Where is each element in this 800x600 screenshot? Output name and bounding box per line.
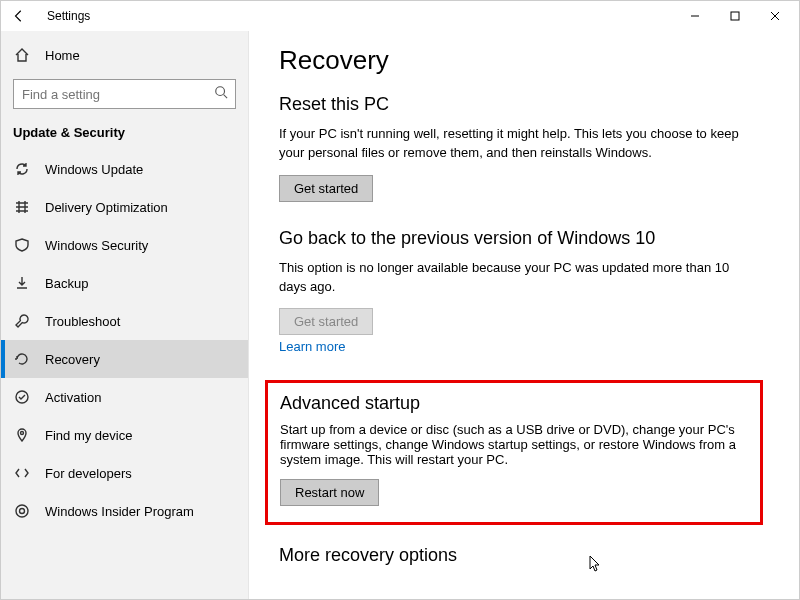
shield-icon <box>13 236 31 254</box>
sidebar-item-delivery-optimization[interactable]: Delivery Optimization <box>1 188 248 226</box>
sidebar-item-label: Windows Update <box>45 162 143 177</box>
content-area: Recovery Reset this PC If your PC isn't … <box>249 31 799 599</box>
minimize-button[interactable] <box>675 2 715 30</box>
sidebar-item-label: Windows Insider Program <box>45 504 194 519</box>
check-circle-icon <box>13 388 31 406</box>
svg-point-2 <box>16 391 28 403</box>
sidebar-item-for-developers[interactable]: For developers <box>1 454 248 492</box>
sidebar-item-troubleshoot[interactable]: Troubleshoot <box>1 302 248 340</box>
section-go-back: Go back to the previous version of Windo… <box>279 228 739 355</box>
svg-point-5 <box>20 509 25 514</box>
backup-icon <box>13 274 31 292</box>
svg-rect-0 <box>731 12 739 20</box>
insider-icon <box>13 502 31 520</box>
app-title: Settings <box>47 9 90 23</box>
sidebar-item-label: Backup <box>45 276 88 291</box>
svg-point-1 <box>216 87 225 96</box>
page-title: Recovery <box>279 45 769 76</box>
sidebar-category: Update & Security <box>1 119 248 150</box>
location-icon <box>13 426 31 444</box>
sidebar-item-label: Troubleshoot <box>45 314 120 329</box>
sidebar-item-activation[interactable]: Activation <box>1 378 248 416</box>
goback-get-started-button: Get started <box>279 308 373 335</box>
sidebar-item-label: Delivery Optimization <box>45 200 168 215</box>
wrench-icon <box>13 312 31 330</box>
sidebar-item-label: For developers <box>45 466 132 481</box>
sidebar-item-windows-security[interactable]: Windows Security <box>1 226 248 264</box>
home-icon <box>13 46 31 64</box>
section-title: Advanced startup <box>280 393 748 414</box>
restart-now-button[interactable]: Restart now <box>280 479 379 506</box>
sidebar-item-label: Recovery <box>45 352 100 367</box>
sidebar: Home Update & Security Windows Update De… <box>1 31 249 599</box>
sidebar-item-recovery[interactable]: Recovery <box>1 340 248 378</box>
section-reset-pc: Reset this PC If your PC isn't running w… <box>279 94 739 202</box>
search-input[interactable] <box>13 79 236 109</box>
recovery-icon <box>13 350 31 368</box>
back-button[interactable] <box>7 4 31 28</box>
code-icon <box>13 464 31 482</box>
learn-more-link[interactable]: Learn more <box>279 339 345 354</box>
maximize-button[interactable] <box>715 2 755 30</box>
sidebar-home[interactable]: Home <box>1 37 248 73</box>
sidebar-item-label: Windows Security <box>45 238 148 253</box>
reset-get-started-button[interactable]: Get started <box>279 175 373 202</box>
svg-point-3 <box>21 432 24 435</box>
section-desc: Start up from a device or disc (such as … <box>280 422 748 467</box>
section-advanced-startup: Advanced startup Start up from a device … <box>265 380 763 525</box>
sidebar-item-backup[interactable]: Backup <box>1 264 248 302</box>
sidebar-home-label: Home <box>45 48 80 63</box>
section-title: Go back to the previous version of Windo… <box>279 228 739 249</box>
section-desc: This option is no longer available becau… <box>279 259 739 297</box>
section-title: Reset this PC <box>279 94 739 115</box>
sidebar-item-label: Activation <box>45 390 101 405</box>
sidebar-item-windows-update[interactable]: Windows Update <box>1 150 248 188</box>
section-more-recovery: More recovery options <box>279 545 769 566</box>
sidebar-item-find-my-device[interactable]: Find my device <box>1 416 248 454</box>
titlebar: Settings <box>1 1 799 31</box>
sync-icon <box>13 160 31 178</box>
window-controls <box>675 2 795 30</box>
sidebar-nav: Windows Update Delivery Optimization Win… <box>1 150 248 530</box>
sidebar-item-label: Find my device <box>45 428 132 443</box>
search-wrap <box>13 79 236 109</box>
close-button[interactable] <box>755 2 795 30</box>
svg-point-4 <box>16 505 28 517</box>
sidebar-item-windows-insider[interactable]: Windows Insider Program <box>1 492 248 530</box>
delivery-icon <box>13 198 31 216</box>
section-desc: If your PC isn't running well, resetting… <box>279 125 739 163</box>
search-icon <box>214 85 228 102</box>
